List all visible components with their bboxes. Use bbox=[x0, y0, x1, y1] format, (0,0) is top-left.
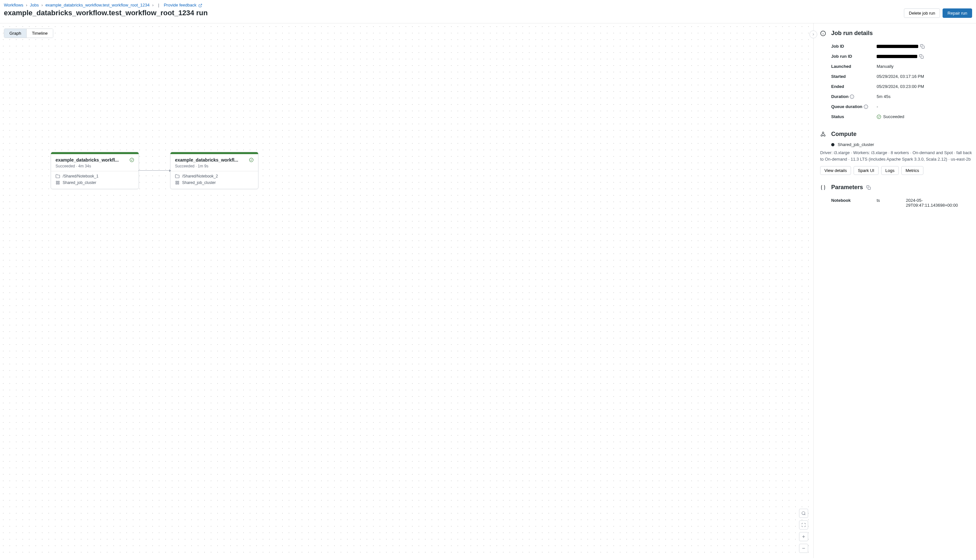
zoom-in-button[interactable] bbox=[799, 532, 808, 541]
parameters-title: Parameters bbox=[831, 184, 863, 191]
info-icon bbox=[820, 30, 826, 36]
chevron-right-icon bbox=[811, 32, 815, 36]
copy-icon[interactable] bbox=[919, 54, 924, 59]
job-run-id-value bbox=[877, 55, 917, 58]
svg-point-6 bbox=[249, 158, 253, 162]
breadcrumb-jobs[interactable]: Jobs bbox=[30, 3, 38, 7]
svg-rect-4 bbox=[56, 183, 57, 184]
node-status-text: Succeeded · 4m 34s bbox=[55, 164, 134, 168]
param-key: ts bbox=[877, 198, 906, 208]
compute-icon bbox=[820, 132, 826, 137]
duration-label: Duration bbox=[831, 94, 848, 99]
minus-icon bbox=[801, 546, 806, 551]
repair-run-button[interactable]: Repair run bbox=[943, 8, 972, 18]
spark-ui-button[interactable]: Spark UI bbox=[854, 166, 879, 175]
duration-value: 5m 45s bbox=[877, 94, 972, 99]
search-icon bbox=[801, 511, 806, 515]
breadcrumb-workflow-name[interactable]: example_databricks_workflow.test_workflo… bbox=[45, 3, 150, 7]
svg-line-32 bbox=[824, 133, 824, 135]
info-icon[interactable] bbox=[850, 94, 854, 99]
chevron-right-icon: › bbox=[26, 3, 27, 7]
svg-line-0 bbox=[200, 4, 202, 6]
delete-job-run-button[interactable]: Delete job run bbox=[904, 8, 940, 18]
metrics-button[interactable]: Metrics bbox=[901, 166, 923, 175]
zoom-fit-button[interactable] bbox=[799, 509, 808, 518]
started-value: 05/29/2024, 03:17:16 PM bbox=[877, 74, 972, 79]
node-path: /Shared/Notebook_2 bbox=[182, 174, 218, 178]
graph-canvas[interactable]: Graph Timeline example_databricks_workfl… bbox=[0, 23, 814, 558]
svg-rect-5 bbox=[58, 183, 59, 184]
fullscreen-button[interactable] bbox=[799, 520, 808, 530]
node-title: example_databricks_workfl... bbox=[55, 157, 128, 163]
plus-icon bbox=[801, 534, 806, 539]
node-title: example_databricks_workfl... bbox=[175, 157, 248, 163]
svg-point-11 bbox=[802, 512, 805, 515]
edge-arrow bbox=[138, 170, 171, 171]
param-type: Notebook bbox=[831, 198, 877, 208]
success-check-icon bbox=[877, 115, 881, 119]
svg-rect-19 bbox=[922, 46, 924, 48]
svg-rect-7 bbox=[175, 181, 177, 182]
graph-tab[interactable]: Graph bbox=[4, 29, 27, 38]
svg-point-29 bbox=[821, 135, 822, 137]
logs-button[interactable]: Logs bbox=[881, 166, 899, 175]
info-icon[interactable] bbox=[864, 105, 868, 109]
started-label: Started bbox=[831, 74, 877, 79]
launched-value: Manually bbox=[877, 64, 972, 69]
job-run-id-label: Job run ID bbox=[831, 54, 877, 59]
svg-point-1 bbox=[130, 158, 134, 162]
job-id-value bbox=[877, 45, 918, 48]
svg-rect-34 bbox=[868, 187, 871, 190]
svg-rect-10 bbox=[177, 183, 179, 184]
ended-label: Ended bbox=[831, 84, 877, 89]
page-title: example_databricks_workflow.test_workflo… bbox=[4, 9, 904, 17]
svg-point-30 bbox=[824, 135, 826, 137]
zoom-out-button[interactable] bbox=[799, 544, 808, 553]
folder-icon bbox=[175, 174, 180, 178]
view-details-button[interactable]: View details bbox=[820, 166, 851, 175]
status-dot-icon bbox=[831, 143, 834, 146]
svg-rect-8 bbox=[177, 181, 179, 182]
success-check-icon bbox=[130, 158, 134, 162]
parameters-icon bbox=[820, 185, 826, 190]
status-value: Succeeded bbox=[883, 114, 904, 119]
separator-pipe: | bbox=[158, 3, 159, 7]
timeline-tab[interactable]: Timeline bbox=[27, 29, 53, 38]
success-check-icon bbox=[249, 158, 254, 162]
breadcrumb: Workflows › Jobs › example_databricks_wo… bbox=[4, 3, 904, 7]
task-node[interactable]: example_databricks_workfl... Succeeded ·… bbox=[51, 152, 139, 189]
collapse-panel-button[interactable] bbox=[809, 30, 817, 38]
copy-icon[interactable] bbox=[866, 185, 871, 190]
queue-duration-label: Queue duration bbox=[831, 104, 862, 109]
queue-duration-value: - bbox=[877, 104, 972, 109]
ended-value: 05/29/2024, 03:23:00 PM bbox=[877, 84, 972, 89]
cluster-icon bbox=[55, 180, 60, 185]
chevron-right-icon: › bbox=[152, 3, 154, 7]
provide-feedback-link[interactable]: Provide feedback bbox=[164, 3, 202, 7]
svg-line-31 bbox=[822, 133, 822, 135]
compute-title: Compute bbox=[831, 131, 972, 138]
breadcrumb-workflows[interactable]: Workflows bbox=[4, 3, 23, 7]
folder-icon bbox=[55, 174, 60, 178]
node-cluster: Shared_job_cluster bbox=[63, 180, 96, 185]
view-toggle: Graph Timeline bbox=[4, 28, 53, 38]
details-title: Job run details bbox=[831, 30, 972, 37]
job-id-label: Job ID bbox=[831, 44, 877, 49]
svg-rect-9 bbox=[175, 183, 177, 184]
external-link-icon bbox=[198, 3, 202, 7]
svg-rect-2 bbox=[56, 181, 57, 182]
cluster-icon bbox=[175, 180, 180, 185]
node-path: /Shared/Notebook_1 bbox=[63, 174, 99, 178]
svg-rect-3 bbox=[58, 181, 59, 182]
node-cluster: Shared_job_cluster bbox=[182, 180, 216, 185]
compute-description: Driver: i3.xlarge · Workers: i3.xlarge ·… bbox=[820, 150, 972, 162]
copy-icon[interactable] bbox=[920, 44, 925, 49]
status-label: Status bbox=[831, 114, 877, 119]
compute-cluster-name: Shared_job_cluster bbox=[838, 142, 874, 147]
task-node[interactable]: example_databricks_workfl... Succeeded ·… bbox=[170, 152, 259, 189]
chevron-right-icon: › bbox=[42, 3, 43, 7]
node-status-text: Succeeded · 1m 9s bbox=[175, 164, 254, 168]
svg-line-12 bbox=[805, 514, 806, 515]
launched-label: Launched bbox=[831, 64, 877, 69]
param-value: 2024-05-29T09:47:11.143698+00:00 bbox=[906, 198, 972, 208]
